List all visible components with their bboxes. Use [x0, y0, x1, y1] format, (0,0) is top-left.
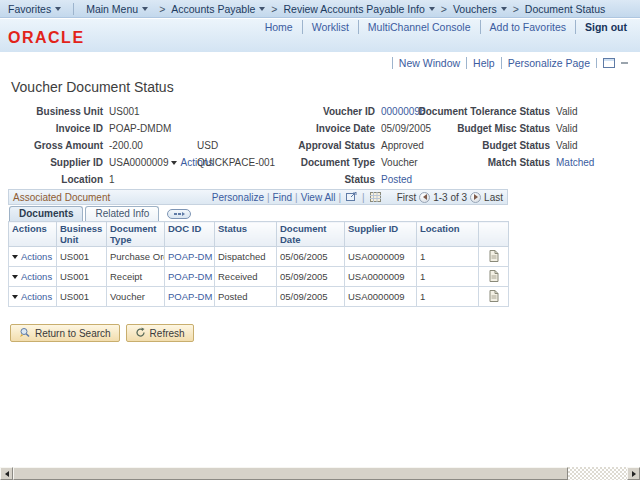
prev-page-button[interactable] — [419, 192, 430, 203]
scroll-left-button[interactable] — [0, 467, 13, 480]
cell-business-unit: US001 — [57, 247, 107, 267]
field-supplier-id: Supplier ID USA0000009 Actions QUICKPACE… — [0, 154, 300, 171]
view-all-link[interactable]: View All — [301, 192, 336, 203]
cell-status: Posted — [215, 287, 277, 307]
field-doc-tolerance-status: Document Tolerance Status Valid — [390, 103, 640, 120]
col-header-business-unit: Business Unit — [57, 222, 107, 247]
right-arrow-icon — [632, 471, 636, 477]
multichannel-console-link[interactable]: MultiChannel Console — [358, 20, 480, 34]
breadcrumb-item-label: Accounts Payable — [171, 3, 255, 15]
left-arrow-icon — [5, 471, 9, 477]
row-range: 1-3 of 3 — [433, 192, 467, 203]
new-window-link[interactable]: New Window — [392, 57, 466, 69]
field-gross-amount: Gross Amount -200.00 USD — [0, 137, 300, 154]
main-menu[interactable]: Main Menu — [78, 3, 156, 15]
show-all-columns-icon[interactable] — [167, 209, 191, 219]
portal-links: Home Worklist MultiChannel Console Add t… — [256, 20, 636, 34]
field-label: Gross Amount — [0, 140, 103, 151]
personalize-page-link[interactable]: Personalize Page — [501, 57, 596, 69]
last-link[interactable]: Last — [484, 192, 503, 203]
worklist-link[interactable]: Worklist — [302, 20, 358, 34]
cell-status: Dispatched — [215, 247, 277, 267]
breadcrumb-item-label: Review Accounts Payable Info — [283, 3, 424, 15]
cell-status: Received — [215, 267, 277, 287]
main-menu-label: Main Menu — [86, 3, 138, 15]
collapse-dash-icon[interactable] — [621, 62, 628, 64]
separator: | — [359, 192, 368, 203]
row-actions-caret-icon[interactable] — [12, 295, 18, 299]
associated-document-table: Actions Business Unit Document Type DOC … — [8, 221, 509, 307]
zoom-popup-icon[interactable] — [346, 192, 357, 202]
field-label: Budget Status — [390, 140, 550, 151]
refresh-button[interactable]: Refresh — [126, 324, 194, 342]
favorites-label: Favorites — [8, 3, 51, 15]
breadcrumb-separator: > — [268, 3, 280, 15]
header-band: Home Worklist MultiChannel Console Add t… — [0, 19, 640, 52]
breadcrumb-item-review-ap-info[interactable]: Review Accounts Payable Info — [280, 3, 437, 15]
doc-id-link[interactable]: POAP-DM — [168, 251, 212, 262]
field-value: Valid — [556, 140, 578, 151]
doc-id-link[interactable]: POAP-DM — [168, 271, 212, 282]
status-posted-link[interactable]: Posted — [381, 174, 412, 185]
field-label: Business Unit — [0, 106, 103, 117]
tab-documents[interactable]: Documents — [9, 206, 83, 221]
row-actions-caret-icon[interactable] — [12, 275, 18, 279]
supplier-actions-caret-icon[interactable] — [171, 161, 177, 165]
add-to-favorites-link[interactable]: Add to Favorites — [480, 20, 575, 34]
field-business-unit: Business Unit US001 — [0, 103, 300, 120]
home-link[interactable]: Home — [256, 20, 302, 34]
row-actions-caret-icon[interactable] — [12, 255, 18, 259]
col-header-supplier-id: Supplier ID — [345, 222, 417, 247]
document-icon[interactable] — [489, 293, 499, 304]
cell-document-type: Receipt — [107, 267, 165, 287]
help-link[interactable]: Help — [466, 57, 501, 69]
favorites-menu[interactable]: Favorites — [0, 3, 69, 15]
breadcrumb-item-accounts-payable[interactable]: Accounts Payable — [168, 3, 268, 15]
doc-id-link[interactable]: POAP-DM — [168, 291, 212, 302]
field-label: Supplier ID — [0, 157, 103, 168]
breadcrumb-separator: > — [510, 3, 522, 15]
personalize-link[interactable]: Personalize — [212, 192, 264, 203]
cell-document-date: 05/06/2005 — [277, 247, 345, 267]
match-status-link[interactable]: Matched — [556, 157, 594, 168]
scrollbar-thumb[interactable] — [13, 467, 568, 480]
row-actions-link[interactable]: Actions — [21, 271, 52, 282]
chevron-down-icon — [501, 7, 507, 11]
layout-grid-icon[interactable] — [603, 58, 615, 68]
breadcrumb: Favorites Main Menu > Accounts Payable >… — [0, 0, 640, 18]
field-label: Status — [280, 174, 375, 185]
field-label: Approval Status — [280, 140, 375, 151]
scrollbar-track[interactable] — [568, 467, 627, 480]
refresh-icon — [135, 327, 146, 340]
cell-document-date: 05/09/2005 — [277, 287, 345, 307]
field-label: Match Status — [390, 157, 550, 168]
document-icon[interactable] — [489, 273, 499, 284]
oracle-logo: ORACLE — [8, 29, 85, 47]
cell-document-type: Voucher — [107, 287, 165, 307]
field-budget-status: Budget Status Valid — [390, 137, 640, 154]
breadcrumb-item-vouchers[interactable]: Vouchers — [450, 3, 510, 15]
row-actions-link[interactable]: Actions — [21, 251, 52, 262]
separator: | — [264, 192, 273, 203]
table-row: Actions US001 Voucher POAP-DM Posted 05/… — [9, 287, 509, 307]
next-page-button[interactable] — [470, 192, 481, 203]
field-value: Valid — [556, 123, 578, 134]
tab-related-info[interactable]: Related Info — [85, 206, 159, 221]
col-header-actions: Actions — [9, 222, 57, 247]
scroll-right-button[interactable] — [627, 467, 640, 480]
field-column-left: Business Unit US001 Invoice ID POAP-DMDM… — [0, 103, 300, 188]
field-label: Location — [0, 174, 103, 185]
separator: | — [292, 192, 301, 203]
document-icon[interactable] — [489, 253, 499, 264]
sign-out-link[interactable]: Sign out — [575, 20, 636, 34]
supplier-short-name: QUICKPACE-001 — [197, 157, 275, 168]
cell-location: 1 — [417, 247, 479, 267]
return-to-search-button[interactable]: Return to Search — [10, 324, 120, 342]
find-link[interactable]: Find — [273, 192, 292, 203]
groupbox-header: Associated Document Personalize | Find |… — [8, 189, 508, 205]
page-title: Voucher Document Status — [11, 79, 174, 95]
first-link[interactable]: First — [397, 192, 416, 203]
row-actions-link[interactable]: Actions — [21, 291, 52, 302]
field-location: Location 1 — [0, 171, 300, 188]
download-grid-icon[interactable] — [370, 192, 381, 202]
